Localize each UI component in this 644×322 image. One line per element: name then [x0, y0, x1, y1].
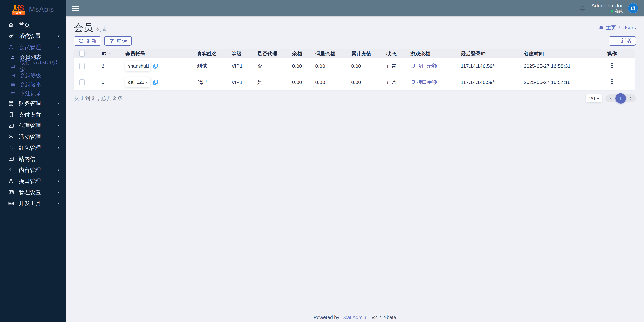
- cell-total-recharge: 0.00: [347, 74, 382, 90]
- game-balance-link[interactable]: 接口余额: [410, 63, 437, 70]
- refresh-button[interactable]: 刷新: [74, 36, 101, 46]
- user-menu[interactable]: Administrator 在线: [591, 3, 623, 14]
- sidebar-item-label: 开发工具: [19, 200, 57, 207]
- dcat-admin-link[interactable]: Dcat Admin: [341, 315, 366, 320]
- sidebar: MS GAME MsApis 首页 系统设置 会员管理: [0, 0, 66, 322]
- chevron-left-icon: [57, 124, 61, 128]
- id-badge-icon: [8, 189, 14, 195]
- anchor-icon: [8, 178, 14, 184]
- row-checkbox[interactable]: [79, 63, 85, 69]
- sidebar-item-site-mail[interactable]: 站内信: [0, 153, 66, 165]
- sidebar-item-label: 代理管理: [19, 122, 57, 130]
- sidebar-item-activity-management[interactable]: 活动管理: [0, 131, 66, 142]
- asterisk-icon: [8, 134, 14, 140]
- sidebar-item-finance[interactable]: 财务管理: [0, 98, 66, 109]
- column-header-id[interactable]: ID: [102, 51, 112, 57]
- chevron-left-icon: [57, 168, 61, 172]
- sidebar-item-label: 会员等级: [20, 72, 41, 79]
- cell-id: 6: [98, 58, 121, 74]
- account-select[interactable]: shanshui1: [125, 61, 150, 71]
- cell-created-at: 2025-05-27 16:58:31: [520, 58, 589, 74]
- sidebar-item-home[interactable]: 首页: [0, 20, 66, 31]
- prev-page-button[interactable]: [607, 94, 614, 102]
- bell-icon[interactable]: [578, 4, 586, 12]
- bookmark-icon: [8, 112, 14, 118]
- row-actions-dots-icon[interactable]: [608, 78, 615, 85]
- breadcrumb-home-label: 主页: [606, 24, 616, 31]
- list-footer: 从 1 到 2 ，总共 2 条 20 1: [74, 94, 636, 102]
- sidebar-item-label: 银行卡/USDT绑定: [20, 59, 61, 74]
- account-select[interactable]: daili123: [125, 77, 150, 87]
- sidebar-item-member-management[interactable]: 会员管理: [0, 42, 66, 53]
- game-balance-link-label: 接口余额: [417, 63, 437, 70]
- row-actions-dots-icon[interactable]: [608, 62, 615, 69]
- chevron-left-icon: [57, 201, 61, 205]
- sidebar-item-admin-settings[interactable]: 管理设置: [0, 187, 66, 198]
- table-header-row: ID 会员帐号 真实姓名 等级 是否代理 余额 码量余额 累计充值 状态 游戏余…: [74, 49, 635, 58]
- envelope-icon: [8, 156, 14, 162]
- current-page-button[interactable]: 1: [616, 93, 626, 104]
- breadcrumb: 主页 / Users: [599, 24, 636, 31]
- cell-real-name: 测试: [193, 58, 228, 74]
- gauge-icon: [599, 25, 604, 30]
- breadcrumb-current: Users: [622, 25, 636, 31]
- cell-last-login-ip: 117.14.140.59/: [457, 58, 520, 74]
- sidebar-item-system-settings[interactable]: 系统设置: [0, 31, 66, 42]
- filter-icon: [109, 38, 114, 44]
- filter-button[interactable]: 筛选: [104, 36, 132, 46]
- members-table-card: ID 会员帐号 真实姓名 等级 是否代理 余额 码量余额 累计充值 状态 游戏余…: [74, 49, 635, 90]
- database-icon: [8, 101, 14, 107]
- main-area: Administrator 在线 会员 列表: [66, 0, 644, 322]
- clone-icon: [410, 64, 415, 69]
- sidebar-item-api-management[interactable]: 接口管理: [0, 176, 66, 187]
- pager: 1: [606, 94, 636, 102]
- sidebar-item-label: 下注记录: [20, 90, 41, 97]
- sidebar-item-label: 财务管理: [19, 100, 57, 107]
- power-avatar-icon: [630, 5, 636, 12]
- sidebar-item-dev-tools[interactable]: 开发工具: [0, 198, 66, 209]
- select-all-checkbox[interactable]: [79, 51, 85, 57]
- hamburger-icon[interactable]: [72, 5, 79, 12]
- sidebar-item-label: 红包管理: [19, 144, 57, 152]
- page-size-select[interactable]: 20: [586, 94, 602, 102]
- copy-icon[interactable]: [152, 63, 158, 69]
- row-checkbox[interactable]: [79, 79, 85, 86]
- column-header-level: 等级: [228, 49, 253, 58]
- next-page-button[interactable]: [627, 94, 634, 102]
- sidebar-item-bankcard-usdt[interactable]: 银行卡/USDT绑定: [0, 62, 66, 71]
- user-icon: [8, 44, 14, 50]
- sidebar-item-redpacket-management[interactable]: 红包管理: [0, 142, 66, 153]
- avatar[interactable]: [628, 3, 638, 14]
- sidebar-item-member-rebate[interactable]: 会员返水: [0, 80, 66, 89]
- page-size-value: 20: [589, 96, 595, 101]
- cell-is-agent: 是: [253, 74, 288, 90]
- brand-logo[interactable]: MS GAME MsApis: [0, 0, 66, 19]
- add-button[interactable]: 新增: [609, 36, 636, 46]
- cell-is-agent: 否: [253, 58, 288, 74]
- sidebar-item-payment-settings[interactable]: 支付设置: [0, 109, 66, 120]
- refresh-icon: [78, 38, 84, 44]
- game-balance-link[interactable]: 接口余额: [410, 79, 437, 86]
- sidebar-item-bet-records[interactable]: 下注记录: [0, 89, 66, 98]
- breadcrumb-separator: /: [618, 25, 620, 31]
- account-select-value: shanshui1: [128, 64, 150, 69]
- add-button-label: 新增: [621, 38, 631, 45]
- clone-icon: [8, 145, 14, 151]
- chevron-left-icon: [57, 34, 61, 38]
- chevron-left-icon: [57, 113, 61, 117]
- refresh-button-label: 刷新: [86, 38, 96, 45]
- home-icon: [8, 22, 14, 28]
- breadcrumb-home[interactable]: 主页: [599, 24, 616, 31]
- topbar-right: Administrator 在线: [578, 3, 638, 14]
- sidebar-item-agent-management[interactable]: 代理管理: [0, 120, 66, 131]
- user-solid-icon: [10, 55, 16, 60]
- copy-icon[interactable]: [152, 79, 158, 85]
- footer-dot: ·: [368, 315, 370, 320]
- chevron-left-icon: [57, 102, 61, 106]
- plus-icon: [614, 39, 618, 44]
- username: Administrator: [591, 3, 623, 9]
- pagination: 20 1: [586, 94, 636, 102]
- sidebar-item-content-management[interactable]: 内容管理: [0, 165, 66, 176]
- toolbar: 刷新 筛选 新增: [74, 36, 636, 46]
- members-table: ID 会员帐号 真实姓名 等级 是否代理 余额 码量余额 累计充值 状态 游戏余…: [74, 49, 635, 90]
